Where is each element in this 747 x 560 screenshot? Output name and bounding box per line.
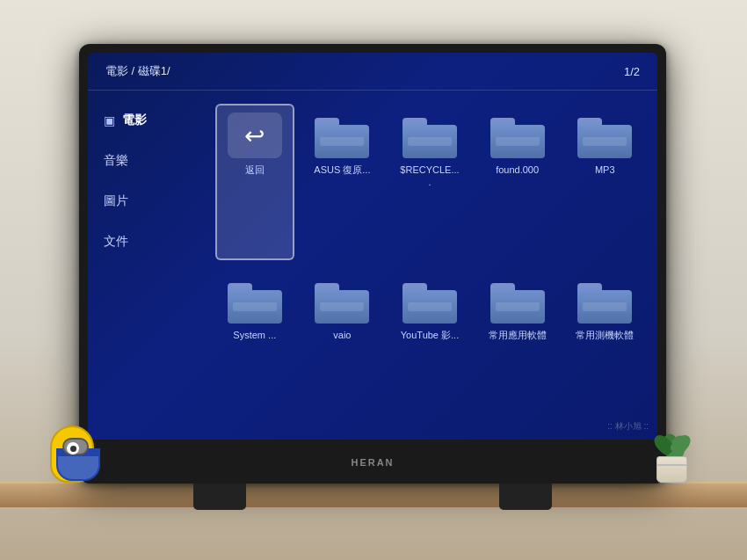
- sidebar-label-music: 音樂: [104, 153, 128, 169]
- file-label-found000: found.000: [496, 164, 539, 176]
- folder-icon-common-test: [577, 278, 632, 324]
- file-label-youtube: YouTube 影...: [401, 329, 459, 341]
- sidebar-item-photo[interactable]: 圖片: [97, 189, 193, 214]
- watermark: :: 林小旭 ::: [607, 420, 649, 433]
- folder-icon-mp3: [577, 113, 632, 158]
- back-arrow-icon: ↩: [228, 113, 282, 158]
- file-common-test[interactable]: 常用測機軟體: [565, 269, 644, 425]
- sidebar-label-movie: 電影: [122, 113, 147, 128]
- file-recycle[interactable]: $RECYCLE....: [390, 104, 469, 260]
- file-system[interactable]: System ...: [215, 269, 294, 425]
- top-bar: 電影 / 磁碟1/ 1/2: [88, 53, 657, 91]
- folder-icon-found000: [490, 113, 545, 158]
- file-label-vaio: vaio: [333, 329, 351, 341]
- folder-icon-system: [228, 278, 282, 324]
- file-asus[interactable]: ASUS 復原...: [303, 104, 382, 260]
- tv-bezel: 電影 / 磁碟1/ 1/2 ▣ 電影 音樂: [88, 53, 657, 440]
- television: 電影 / 磁碟1/ 1/2 ▣ 電影 音樂: [79, 44, 666, 484]
- folder-icon-recycle: [403, 113, 457, 158]
- tv-stand-right: [499, 484, 552, 510]
- sidebar-item-document[interactable]: 文件: [97, 229, 193, 254]
- file-common-apps[interactable]: 常用應用軟體: [478, 269, 557, 425]
- file-label-asus: ASUS 復原...: [314, 164, 370, 176]
- file-grid: ↩ 返回 ASUS 復原...: [202, 91, 657, 438]
- tv-screen: 電影 / 磁碟1/ 1/2 ▣ 電影 音樂: [88, 53, 657, 440]
- folder-icon-youtube: [403, 278, 457, 324]
- file-label-recycle: $RECYCLE....: [399, 164, 461, 189]
- plant-decoration: [648, 421, 696, 483]
- minion-decoration: [46, 412, 98, 483]
- page-number: 1/2: [624, 65, 640, 78]
- folder-icon-common-apps: [490, 278, 545, 324]
- breadcrumb: 電影 / 磁碟1/: [105, 63, 170, 79]
- file-label-system: System ...: [233, 329, 276, 341]
- file-mp3[interactable]: MP3: [565, 104, 644, 260]
- wood-shelf: [0, 481, 747, 507]
- file-label-common-apps: 常用應用軟體: [489, 329, 547, 341]
- file-found000[interactable]: found.000: [478, 104, 557, 260]
- sidebar-item-movie[interactable]: ▣ 電影: [97, 108, 193, 133]
- file-label-back: 返回: [245, 164, 265, 176]
- sidebar-label-document: 文件: [104, 234, 128, 250]
- sidebar: ▣ 電影 音樂 圖片 文件: [88, 91, 202, 438]
- main-layout: ▣ 電影 音樂 圖片 文件: [88, 91, 657, 438]
- folder-icon-asus: [315, 113, 369, 158]
- sidebar-item-music[interactable]: 音樂: [97, 149, 193, 173]
- sidebar-label-photo: 圖片: [104, 193, 128, 209]
- folder-icon-vaio: [315, 278, 369, 324]
- tv-brand-label: HERAN: [351, 457, 394, 468]
- file-label-mp3: MP3: [595, 164, 615, 176]
- file-youtube[interactable]: YouTube 影...: [390, 269, 469, 425]
- file-vaio[interactable]: vaio: [303, 269, 382, 425]
- tv-stand-left: [193, 484, 246, 510]
- file-label-common-test: 常用測機軟體: [576, 329, 634, 341]
- file-back[interactable]: ↩ 返回: [215, 104, 294, 260]
- movie-icon: ▣: [104, 113, 115, 127]
- screen-content: 電影 / 磁碟1/ 1/2 ▣ 電影 音樂: [88, 53, 657, 440]
